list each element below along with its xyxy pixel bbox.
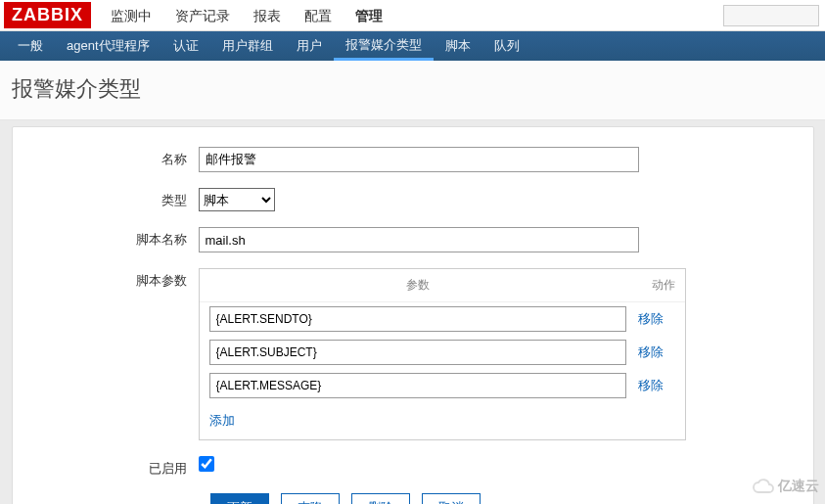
params-header: 参数 动作	[200, 269, 685, 302]
search-box	[723, 5, 819, 26]
row-type: 类型 脚本	[32, 188, 794, 211]
button-row: 更新 克隆 删除 取消	[210, 493, 794, 504]
label-type: 类型	[32, 188, 199, 209]
param-row: 移除	[200, 302, 685, 336]
form-panel: 名称 类型 脚本 脚本名称 脚本参数 参数	[12, 126, 814, 504]
sub-menu-item[interactable]: 队列	[482, 31, 531, 61]
page-title: 报警媒介类型	[0, 61, 825, 120]
label-script-name: 脚本名称	[32, 227, 199, 249]
top-menu-item[interactable]: 管理	[344, 0, 394, 31]
top-bar: ZABBIX 监测中资产记录报表配置管理	[0, 0, 825, 31]
sub-menu-item[interactable]: 用户	[285, 31, 334, 61]
param-row: 移除	[200, 369, 685, 402]
sub-menu-item[interactable]: 认证	[161, 31, 210, 61]
watermark: 亿速云	[753, 478, 819, 495]
sub-menu-item[interactable]: 一般	[6, 31, 55, 61]
param-input[interactable]	[209, 373, 626, 398]
sub-menu-item[interactable]: 脚本	[434, 31, 482, 61]
cloud-icon	[753, 479, 774, 494]
params-table: 参数 动作 移除移除移除 添加	[199, 268, 686, 440]
top-menu: 监测中资产记录报表配置管理	[99, 0, 394, 31]
sub-menu-bar: 一般agent代理程序认证用户群组用户报警媒介类型脚本队列	[0, 31, 825, 61]
param-input[interactable]	[209, 306, 626, 332]
label-enabled: 已启用	[32, 456, 199, 478]
param-input[interactable]	[209, 340, 626, 365]
remove-link[interactable]: 移除	[638, 344, 675, 361]
sub-menu-item[interactable]: 报警媒介类型	[334, 31, 434, 61]
row-script-params: 脚本参数 参数 动作 移除移除移除 添加	[32, 268, 794, 440]
input-name[interactable]	[199, 147, 639, 172]
delete-button[interactable]: 删除	[351, 493, 410, 504]
top-menu-item[interactable]: 监测中	[99, 0, 163, 31]
sub-menu-item[interactable]: 用户群组	[210, 31, 285, 61]
input-script-name[interactable]	[199, 227, 639, 252]
remove-link[interactable]: 移除	[638, 310, 675, 328]
params-header-action: 动作	[626, 277, 675, 294]
row-script-name: 脚本名称	[32, 227, 794, 252]
logo: ZABBIX	[4, 2, 91, 28]
label-name: 名称	[32, 147, 199, 168]
update-button[interactable]: 更新	[210, 493, 269, 504]
add-param-link[interactable]: 添加	[200, 402, 245, 439]
search-input[interactable]	[723, 5, 819, 26]
label-script-params: 脚本参数	[32, 268, 199, 290]
remove-link[interactable]: 移除	[638, 377, 675, 394]
sub-menu-item[interactable]: agent代理程序	[55, 31, 161, 61]
clone-button[interactable]: 克隆	[281, 493, 340, 504]
param-row: 移除	[200, 336, 685, 369]
row-name: 名称	[32, 147, 794, 172]
cancel-button[interactable]: 取消	[422, 493, 481, 504]
top-menu-item[interactable]: 资产记录	[163, 0, 242, 31]
select-type[interactable]: 脚本	[199, 188, 275, 211]
checkbox-enabled[interactable]	[199, 456, 214, 472]
top-menu-item[interactable]: 报表	[242, 0, 293, 31]
row-enabled: 已启用	[32, 456, 794, 478]
top-menu-item[interactable]: 配置	[293, 0, 344, 31]
params-header-param: 参数	[209, 277, 626, 294]
